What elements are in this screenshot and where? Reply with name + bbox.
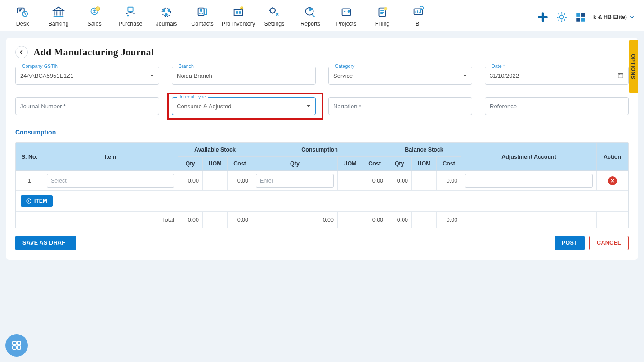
th-cons-qty: Qty bbox=[252, 157, 338, 171]
filling-icon bbox=[376, 5, 389, 19]
cell-avail-cost: 0.00 bbox=[228, 171, 252, 191]
svg-point-8 bbox=[168, 9, 170, 12]
nav-label: Banking bbox=[48, 21, 68, 27]
nav-purchase[interactable]: Purchase bbox=[112, 4, 148, 31]
save-draft-button[interactable]: SAVE AS DRAFT bbox=[15, 236, 76, 250]
nav-items: Desk Banking Sales Purchase Journals Con… bbox=[4, 4, 436, 31]
page-title: Add Manufacturing Journal bbox=[33, 46, 154, 58]
nav-projects[interactable]: Projects bbox=[328, 4, 364, 31]
journals-icon bbox=[160, 5, 173, 19]
apps-fab[interactable] bbox=[5, 334, 28, 357]
nav-settings[interactable]: Settings bbox=[256, 4, 292, 31]
cell-sno: 1 bbox=[16, 171, 43, 191]
settings-icon bbox=[268, 5, 281, 19]
svg-rect-34 bbox=[13, 346, 16, 349]
calendar-icon bbox=[617, 72, 624, 79]
bi-icon bbox=[411, 5, 425, 19]
cell-cons-cost: 0.00 bbox=[362, 171, 387, 191]
chevron-down-icon bbox=[629, 14, 635, 20]
consumption-link[interactable]: Consumption bbox=[15, 129, 56, 136]
add-item-row: ITEM bbox=[16, 191, 628, 212]
th-item: Item bbox=[43, 143, 178, 171]
total-avail-uom bbox=[203, 212, 228, 228]
nav-label: Settings bbox=[264, 21, 284, 27]
add-item-label: ITEM bbox=[34, 198, 47, 204]
date-input[interactable]: Date * 31/10/2022 bbox=[485, 67, 629, 85]
proinventory-icon bbox=[232, 5, 245, 19]
total-bal-cost: 0.00 bbox=[437, 212, 461, 228]
reports-icon bbox=[304, 5, 317, 19]
svg-rect-26 bbox=[576, 13, 580, 17]
nav-journals[interactable]: Journals bbox=[148, 4, 184, 31]
delete-row-button[interactable] bbox=[608, 176, 617, 185]
nav-sales[interactable]: Sales bbox=[76, 4, 112, 31]
nav-reports[interactable]: Reports bbox=[292, 4, 328, 31]
field-value: 24AABCA5951E1Z1 bbox=[20, 72, 150, 79]
cell-bal-uom bbox=[412, 171, 437, 191]
narration-input[interactable]: Narration * bbox=[328, 97, 472, 115]
calculator-icon bbox=[575, 11, 586, 23]
svg-rect-27 bbox=[581, 13, 585, 17]
nav-label: Reports bbox=[300, 21, 320, 27]
options-tab[interactable]: OPTIONS bbox=[629, 40, 638, 93]
journal-number-input[interactable]: Journal Number * bbox=[15, 97, 159, 115]
post-button[interactable]: POST bbox=[555, 236, 585, 250]
journal-type-select[interactable]: Journal Type Consume & Adjusted bbox=[172, 97, 316, 115]
svg-rect-29 bbox=[581, 18, 585, 22]
nav-proinventory[interactable]: Pro Inventory bbox=[220, 4, 256, 31]
svg-rect-13 bbox=[234, 9, 243, 15]
field-value: 31/10/2022 bbox=[490, 72, 617, 79]
purchase-icon bbox=[124, 5, 137, 19]
th-bal-qty: Qty bbox=[387, 157, 412, 171]
nav-label: Projects bbox=[336, 21, 356, 27]
nav-label: Purchase bbox=[119, 21, 143, 27]
org-name: k & HB Elite) bbox=[593, 14, 627, 20]
nav-contacts[interactable]: Contacts bbox=[184, 4, 220, 31]
field-value: Service bbox=[333, 72, 463, 79]
field-value: Consume & Adjusted bbox=[177, 103, 306, 110]
field-label: Category bbox=[333, 63, 356, 69]
nav-label: Filling bbox=[375, 21, 390, 27]
nav-desk[interactable]: Desk bbox=[4, 4, 40, 31]
contacts-icon bbox=[196, 5, 209, 19]
nav-bi[interactable]: BI bbox=[400, 4, 436, 31]
svg-point-11 bbox=[200, 9, 202, 12]
field-label: Branch bbox=[177, 63, 196, 69]
branch-select[interactable]: Branch Noida Branch bbox=[172, 67, 316, 85]
back-button[interactable] bbox=[15, 46, 28, 58]
org-selector[interactable]: k & HB Elite) bbox=[593, 14, 635, 20]
svg-rect-4 bbox=[128, 7, 133, 11]
content-card: OPTIONS Add Manufacturing Journal Compan… bbox=[6, 38, 638, 260]
nav-label: Pro Inventory bbox=[222, 21, 255, 27]
top-nav: Desk Banking Sales Purchase Journals Con… bbox=[0, 0, 644, 31]
nav-filling[interactable]: Filling bbox=[364, 4, 400, 31]
th-sno: S. No. bbox=[16, 143, 43, 171]
calculator-button[interactable] bbox=[574, 11, 587, 23]
caret-down-icon bbox=[150, 73, 154, 78]
total-cons-uom bbox=[338, 212, 362, 228]
item-select-input[interactable] bbox=[47, 174, 174, 188]
th-action: Action bbox=[597, 143, 628, 171]
cancel-button[interactable]: CANCEL bbox=[589, 236, 629, 250]
company-gstin-select[interactable]: Company GSTIN 24AABCA5951E1Z1 bbox=[15, 67, 159, 85]
table-row: 1 0.00 0.00 0.00 0.00 bbox=[16, 171, 628, 191]
add-item-button[interactable]: ITEM bbox=[21, 195, 53, 207]
desk-icon bbox=[16, 5, 29, 19]
caret-down-icon bbox=[463, 73, 467, 78]
nav-label: Journals bbox=[156, 21, 177, 27]
category-select[interactable]: Category Service bbox=[328, 67, 472, 85]
consumption-qty-input[interactable] bbox=[256, 174, 334, 188]
settings-gear-button[interactable] bbox=[555, 11, 568, 23]
adjustment-account-input[interactable] bbox=[465, 174, 593, 188]
cell-avail-qty: 0.00 bbox=[178, 171, 203, 191]
add-button[interactable] bbox=[537, 11, 549, 23]
svg-point-7 bbox=[163, 9, 165, 12]
th-cons-cost: Cost bbox=[362, 157, 387, 171]
plus-circle-icon bbox=[26, 198, 31, 204]
nav-banking[interactable]: Banking bbox=[40, 4, 76, 31]
close-icon bbox=[610, 179, 615, 183]
form-grid: Company GSTIN 24AABCA5951E1Z1 Branch Noi… bbox=[15, 67, 629, 115]
total-bal-qty: 0.00 bbox=[387, 212, 412, 228]
grid-icon bbox=[11, 340, 22, 351]
reference-input[interactable]: Reference bbox=[485, 97, 629, 115]
